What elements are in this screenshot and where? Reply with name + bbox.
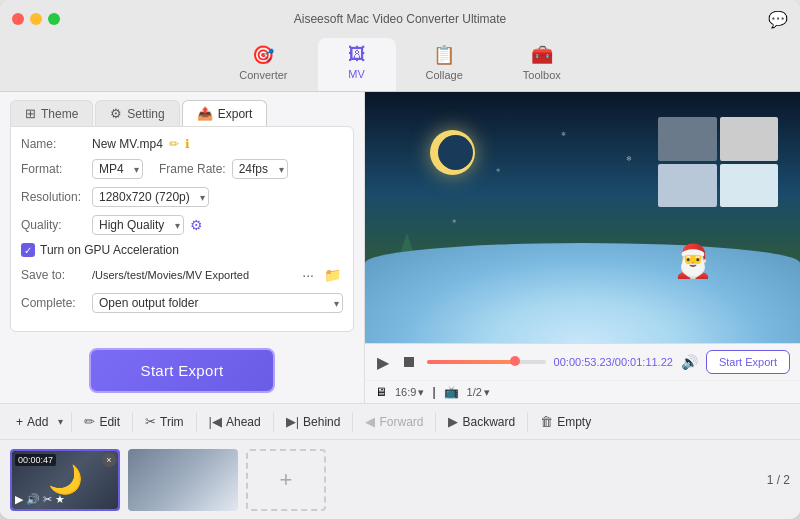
- gpu-checkbox[interactable]: ✓: [21, 243, 35, 257]
- divider-7: [527, 412, 528, 432]
- edit-icon: ✏: [84, 414, 95, 429]
- sub-tab-setting[interactable]: ⚙ Setting: [95, 100, 179, 126]
- quality-select-wrapper[interactable]: High Quality: [92, 215, 184, 235]
- sub-tab-export[interactable]: 📤 Export: [182, 100, 268, 126]
- collage-icon: 📋: [433, 44, 455, 66]
- start-export-small-button[interactable]: Start Export: [706, 350, 790, 374]
- ahead-icon: |◀: [209, 414, 222, 429]
- behind-label: Behind: [303, 415, 340, 429]
- behind-icon: ▶|: [286, 414, 299, 429]
- traffic-lights: [12, 13, 60, 25]
- mv-icon: 🖼: [348, 44, 366, 65]
- video-preview: 🎅 ❄ ❄ ❄ ❄: [365, 92, 800, 343]
- complete-row: Complete: Open output folder: [21, 293, 343, 313]
- forward-label: Forward: [379, 415, 423, 429]
- behind-button[interactable]: ▶| Behind: [278, 410, 349, 433]
- moon-decoration: [430, 130, 475, 175]
- add-media-placeholder[interactable]: +: [246, 449, 326, 511]
- divider-6: [435, 412, 436, 432]
- sub-tab-theme-label: Theme: [41, 107, 78, 121]
- resolution-select[interactable]: 1280x720 (720p): [92, 187, 209, 207]
- forward-icon: ◀: [365, 414, 375, 429]
- theme-icon: ⊞: [25, 106, 36, 121]
- snowflake: ❄: [452, 218, 456, 224]
- name-value: New MV.mp4: [92, 137, 163, 151]
- format-select-wrapper[interactable]: MP4: [92, 159, 143, 179]
- complete-select[interactable]: Open output folder: [92, 293, 343, 313]
- add-label: Add: [27, 415, 48, 429]
- sub-tab-theme[interactable]: ⊞ Theme: [10, 100, 93, 126]
- play-thumb-icon: ▶: [15, 493, 23, 506]
- quality-row: Quality: High Quality ⚙: [21, 215, 343, 235]
- resolution-select-wrapper[interactable]: 1280x720 (720p): [92, 187, 209, 207]
- progress-bar[interactable]: [427, 360, 546, 364]
- app-window: Aiseesoft Mac Video Converter Ultimate 💬…: [0, 0, 800, 519]
- ahead-label: Ahead: [226, 415, 261, 429]
- time-total: 00:01:11.22: [615, 356, 673, 368]
- tab-mv[interactable]: 🖼 MV: [318, 38, 396, 91]
- divider-3: [196, 412, 197, 432]
- trim-button[interactable]: ✂ Trim: [137, 410, 192, 433]
- resolution-label: Resolution:: [21, 190, 86, 204]
- framerate-select-wrapper[interactable]: 24fps: [232, 159, 288, 179]
- tab-collage[interactable]: 📋 Collage: [396, 38, 493, 91]
- right-panel: 🎅 ❄ ❄ ❄ ❄ ▶ ⏹ 00:00:53.: [365, 92, 800, 403]
- volume-icon[interactable]: 🔊: [681, 354, 698, 370]
- tab-converter[interactable]: 🎯 Converter: [209, 38, 317, 91]
- format-select[interactable]: MP4: [92, 159, 143, 179]
- thumbnail-2[interactable]: [128, 449, 238, 511]
- save-label: Save to:: [21, 268, 86, 282]
- close-button[interactable]: [12, 13, 24, 25]
- audio-thumb-icon: 🔊: [26, 493, 40, 506]
- quality-gear-icon[interactable]: ⚙: [190, 217, 203, 233]
- sub-tab-setting-label: Setting: [127, 107, 164, 121]
- ahead-button[interactable]: |◀ Ahead: [201, 410, 269, 433]
- ratio-select[interactable]: 16:9 ▾: [395, 386, 424, 399]
- thumb-bg-2: [128, 449, 238, 511]
- backward-button[interactable]: ▶ Backward: [440, 410, 523, 433]
- save-more-button[interactable]: ···: [300, 265, 316, 285]
- thumb-close-1[interactable]: ×: [102, 453, 116, 467]
- play-button[interactable]: ▶: [375, 351, 391, 374]
- thumb-icons-1: ▶ 🔊 ✂ ★: [15, 493, 65, 506]
- photo-cell-4: [720, 164, 779, 208]
- tab-toolbox[interactable]: 🧰 Toolbox: [493, 38, 591, 91]
- framerate-select[interactable]: 24fps: [232, 159, 288, 179]
- quality-half-select[interactable]: 1/2 ▾: [467, 386, 490, 399]
- edit-label: Edit: [99, 415, 120, 429]
- edit-name-icon[interactable]: ✏: [169, 137, 179, 151]
- complete-select-wrapper[interactable]: Open output folder: [92, 293, 343, 313]
- window-title: Aiseesoft Mac Video Converter Ultimate: [294, 12, 507, 26]
- backward-label: Backward: [462, 415, 515, 429]
- edit-button[interactable]: ✏ Edit: [76, 410, 128, 433]
- toolbox-icon: 🧰: [531, 44, 553, 66]
- time-display: 00:00:53.23/00:01:11.22: [554, 356, 673, 368]
- start-export-main-button[interactable]: Start Export: [89, 348, 276, 393]
- tab-converter-label: Converter: [239, 69, 287, 81]
- divider-5: [352, 412, 353, 432]
- minimize-button[interactable]: [30, 13, 42, 25]
- save-folder-button[interactable]: 📁: [322, 265, 343, 285]
- quality-half-value: 1/2: [467, 386, 482, 398]
- setting-icon: ⚙: [110, 106, 122, 121]
- format-row: Format: MP4 Frame Rate: 24fps: [21, 159, 343, 179]
- add-btn-group: + Add ▾: [10, 411, 67, 433]
- thumbnail-1[interactable]: 🌙 × 00:00:47 ▶ 🔊 ✂ ★: [10, 449, 120, 511]
- quality-select[interactable]: High Quality: [92, 215, 184, 235]
- add-button[interactable]: + Add: [10, 411, 54, 433]
- gpu-label: Turn on GPU Acceleration: [40, 243, 179, 257]
- empty-button[interactable]: 🗑 Empty: [532, 410, 599, 433]
- info-icon[interactable]: ℹ: [185, 137, 190, 151]
- stop-button[interactable]: ⏹: [399, 351, 419, 373]
- tab-toolbox-label: Toolbox: [523, 69, 561, 81]
- forward-button[interactable]: ◀ Forward: [357, 410, 431, 433]
- chat-icon[interactable]: 💬: [768, 10, 788, 29]
- titlebar: Aiseesoft Mac Video Converter Ultimate 💬: [0, 0, 800, 38]
- add-dropdown-button[interactable]: ▾: [54, 412, 67, 431]
- snowflake: ❄: [561, 130, 566, 137]
- maximize-button[interactable]: [48, 13, 60, 25]
- name-row: Name: New MV.mp4 ✏ ℹ: [21, 137, 343, 151]
- snow-ground: [365, 243, 800, 343]
- tab-mv-label: MV: [348, 68, 365, 80]
- nav-tabs: 🎯 Converter 🖼 MV 📋 Collage 🧰 Toolbox: [0, 38, 800, 92]
